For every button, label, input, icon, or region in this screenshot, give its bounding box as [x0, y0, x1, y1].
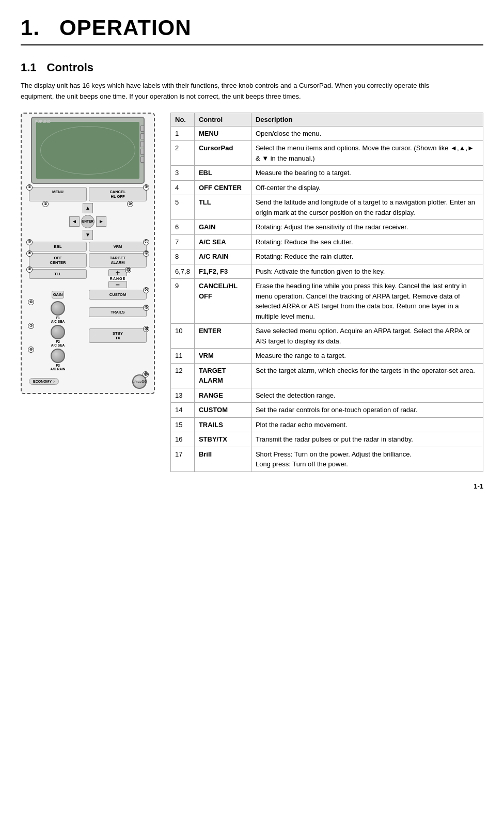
cell-no: 15	[171, 417, 195, 432]
table-row: 5TLLSend the latitude and longitude of a…	[171, 195, 483, 220]
economy-button[interactable]: ECONOMY ○	[29, 378, 59, 385]
controls-table: No. Control Description 1MENUOpen/close …	[170, 113, 483, 472]
trails-button[interactable]: ⑮ TRAILS	[89, 307, 147, 317]
table-row: 15TRAILSPlot the radar echo movement.	[171, 417, 483, 432]
cell-control: ENTER	[194, 324, 251, 349]
cell-description: Set the radar controls for one-touch ope…	[251, 403, 483, 418]
cell-no: 17	[171, 447, 195, 472]
cell-description: Short Press: Turn on the power. Adjust t…	[251, 447, 483, 472]
range-minus-button[interactable]: –	[108, 281, 127, 288]
cell-control: GAIN	[194, 220, 251, 235]
cell-no: 8	[171, 249, 195, 264]
num-17: ⑰	[143, 371, 149, 378]
target-alarm-button[interactable]: ⑫ TARGETALARM	[89, 253, 147, 268]
cell-description: Push: Activate the function given to the…	[251, 264, 483, 279]
menu-button[interactable]: ① MENU	[29, 187, 87, 201]
num-1: ①	[26, 184, 33, 191]
cursor-right[interactable]: ►	[96, 216, 106, 227]
cell-no: 1	[171, 126, 195, 141]
device-diagram: FURUNO ① MENU ⑨ CANCELHL OFF	[21, 113, 165, 394]
device-screen: FURUNO	[31, 117, 145, 184]
cell-control: OFF CENTER	[194, 180, 251, 195]
table-row: 16STBY/TXTransmit the radar pulses or pu…	[171, 432, 483, 447]
table-row: 3EBLMeasure the bearing to a target.	[171, 166, 483, 181]
num-13: ⑬	[125, 267, 131, 273]
num-11: ⑪	[143, 239, 149, 245]
num-4: ④	[26, 250, 33, 257]
cell-no: 13	[171, 388, 195, 403]
table-row: 1MENUOpen/close the menu.	[171, 126, 483, 141]
enter-button-center[interactable]: ENTER	[81, 215, 94, 228]
range-plus-button[interactable]: +	[108, 269, 127, 276]
section-intro: The display unit has 16 keys which have …	[21, 81, 444, 102]
table-row: 9CANCEL/HL OFFErase the heading line whi…	[171, 279, 483, 324]
col-header-control: Control	[194, 113, 251, 126]
num-6: ⑥	[28, 299, 34, 305]
num-15: ⑮	[143, 305, 149, 311]
num-12: ⑫	[143, 250, 149, 257]
table-row: 12TARGET ALARMSet the target alarm, whic…	[171, 363, 483, 388]
table-row: 2CursorPadSelect the menu items and opti…	[171, 141, 483, 166]
num-9: ⑨	[143, 184, 149, 191]
stby-tx-button[interactable]: ⑯ STBYTX	[89, 328, 147, 343]
num-5: ⑤	[26, 266, 33, 273]
chapter-number: 1.	[21, 15, 40, 40]
ac-sea-knob[interactable]	[51, 325, 65, 339]
f2-acsea-knob: F2A/C SEA	[29, 325, 87, 347]
table-row: 7A/C SEARotating: Reduce the sea clutter…	[171, 234, 483, 249]
cell-control: A/C RAIN	[194, 249, 251, 264]
cell-control: VRM	[194, 349, 251, 364]
cell-description: Measure the bearing to a target.	[251, 166, 483, 181]
cell-description: Erase the heading line while you press t…	[251, 279, 483, 324]
cell-description: Open/close the menu.	[251, 126, 483, 141]
cell-control: CANCEL/HL OFF	[194, 279, 251, 324]
cell-no: 10	[171, 324, 195, 349]
cell-no: 4	[171, 180, 195, 195]
gain-label: GAIN	[52, 291, 65, 298]
cell-control: TRAILS	[194, 417, 251, 432]
table-row: 11VRMMeasure the range to a target.	[171, 349, 483, 364]
cursor-down[interactable]: ▼	[83, 230, 93, 240]
f3-label: F3A/C RAIN	[51, 364, 66, 371]
cell-description: Rotating: Reduce the sea clutter.	[251, 234, 483, 249]
page-number: 1-1	[21, 482, 483, 490]
chapter-title: 1. OPERATION	[21, 15, 483, 45]
cell-control: MENU	[194, 126, 251, 141]
table-row: 14CUSTOMSet the radar controls for one-t…	[171, 403, 483, 418]
num-3: ③	[26, 239, 33, 245]
cell-control: RANGE	[194, 388, 251, 403]
num-7: ⑦	[28, 323, 34, 329]
device-bottom: ECONOMY ○ ⑰ BRILL	[26, 372, 150, 389]
f1-label: F1A/C SEA	[51, 316, 65, 323]
num-2: ②	[42, 201, 49, 207]
gain-knob-group: GAIN	[29, 291, 87, 298]
tll-button[interactable]: ⑤ TLL	[29, 269, 87, 279]
f2-label: F2A/C SEA	[51, 340, 65, 347]
cell-description: Rotating: Reduce the rain clutter.	[251, 249, 483, 264]
cell-no: 9	[171, 279, 195, 324]
table-row: 17BrillShort Press: Turn on the power. A…	[171, 447, 483, 472]
cell-control: TLL	[194, 195, 251, 220]
table-row: 8A/C RAINRotating: Reduce the rain clutt…	[171, 249, 483, 264]
section-number: 1.1	[21, 61, 37, 74]
vrm-button[interactable]: ⑪ VRM	[89, 242, 147, 252]
cell-description: Measure the range to a target.	[251, 349, 483, 364]
cell-no: 11	[171, 349, 195, 364]
cell-no: 6,7,8	[171, 264, 195, 279]
ebl-button[interactable]: ③ EBL	[29, 242, 87, 252]
off-center-button[interactable]: ④ OFFCENTER	[29, 253, 87, 268]
cell-no: 2	[171, 141, 195, 166]
gain-knob[interactable]	[51, 301, 65, 316]
range-label: RANGE	[110, 277, 125, 280]
cursor-up[interactable]: ▲	[83, 203, 93, 213]
cursorpad[interactable]: ▲ ▼ ◄ ► ENTER	[69, 203, 106, 240]
ac-rain-knob[interactable]	[51, 349, 65, 363]
custom-button[interactable]: ⑭ CUSTOM	[89, 290, 147, 300]
cancel-hloff-button[interactable]: ⑨ CANCELHL OFF	[89, 187, 147, 201]
cell-control: EBL	[194, 166, 251, 181]
cell-description: Save selected menu option. Acquire an AR…	[251, 324, 483, 349]
cursor-left[interactable]: ◄	[69, 216, 80, 227]
f1-gain-knob: F1A/C SEA	[29, 301, 87, 323]
num-14: ⑭	[143, 287, 149, 293]
chapter-name: OPERATION	[59, 15, 192, 40]
